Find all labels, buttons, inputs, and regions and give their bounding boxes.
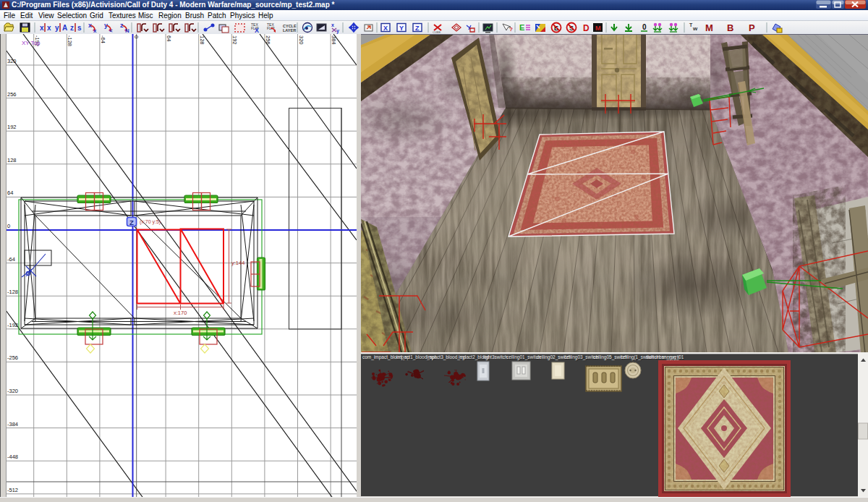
svg-text:LAYER: LAYER [283, 28, 296, 33]
svg-text:192: 192 [7, 124, 17, 130]
svg-text:0: 0 [133, 35, 140, 38]
svg-text:-128: -128 [7, 289, 18, 295]
svg-text:(x:70 y:5): (x:70 y:5) [140, 219, 161, 225]
svg-text:P: P [749, 22, 755, 33]
svg-text:urban_rug_01: urban_rug_01 [655, 354, 684, 360]
svg-text:M: M [705, 22, 713, 33]
svg-text:M: M [595, 25, 601, 32]
svg-text:-64: -64 [100, 35, 106, 43]
svg-text:-384: -384 [7, 421, 18, 427]
svg-text:y: y [336, 28, 339, 34]
svg-text:x:170: x:170 [174, 310, 187, 316]
svg-text:-64: -64 [7, 256, 15, 263]
svg-text:Y: Y [399, 25, 404, 32]
svg-text:320: 320 [298, 35, 305, 45]
svg-text:128: 128 [7, 157, 17, 163]
svg-text:XY Top: XY Top [22, 40, 41, 46]
svg-text:E: E [519, 23, 524, 32]
svg-text:64: 64 [7, 190, 13, 196]
svg-text:192: 192 [231, 35, 238, 45]
svg-text:-448: -448 [7, 454, 18, 460]
svg-text:N: N [125, 27, 129, 34]
svg-text:z: z [70, 24, 74, 32]
svg-text:w: w [692, 25, 698, 32]
svg-text:Z: Z [129, 218, 134, 226]
svg-text:Z: Z [415, 25, 420, 32]
svg-text:y:144: y:144 [231, 260, 244, 266]
svg-text:D: D [583, 23, 590, 33]
svg-text:128: 128 [199, 35, 205, 45]
svg-text:-128: -128 [67, 35, 73, 46]
svg-text:s: s [77, 24, 82, 32]
svg-text:64: 64 [166, 35, 172, 41]
svg-text:x: x [40, 24, 44, 32]
svg-text:-512: -512 [7, 487, 18, 493]
svg-text:-256: -256 [7, 354, 18, 361]
svg-text:384: 384 [331, 35, 337, 45]
svg-text:x: x [331, 22, 334, 27]
svg-text:0: 0 [642, 23, 647, 31]
svg-text:X: X [383, 25, 388, 32]
svg-text:256: 256 [265, 35, 271, 45]
svg-text:0: 0 [7, 223, 10, 229]
svg-text:light3switch: light3switch [483, 354, 508, 360]
svg-text:x: x [47, 24, 51, 32]
svg-text:A: A [62, 24, 67, 32]
svg-text:256: 256 [7, 91, 17, 98]
svg-text:y: y [55, 24, 59, 32]
svg-text:ceiling01_switch: ceiling01_switch [506, 354, 541, 360]
svg-text:-192: -192 [7, 322, 18, 328]
svg-text:?: ? [509, 26, 513, 33]
svg-text:x: x [93, 27, 97, 34]
svg-text:X: X [255, 27, 259, 34]
svg-text:<: < [109, 27, 113, 34]
svg-text:B: B [727, 22, 733, 33]
svg-text:320: 320 [7, 58, 17, 64]
svg-text:-320: -320 [7, 388, 18, 394]
